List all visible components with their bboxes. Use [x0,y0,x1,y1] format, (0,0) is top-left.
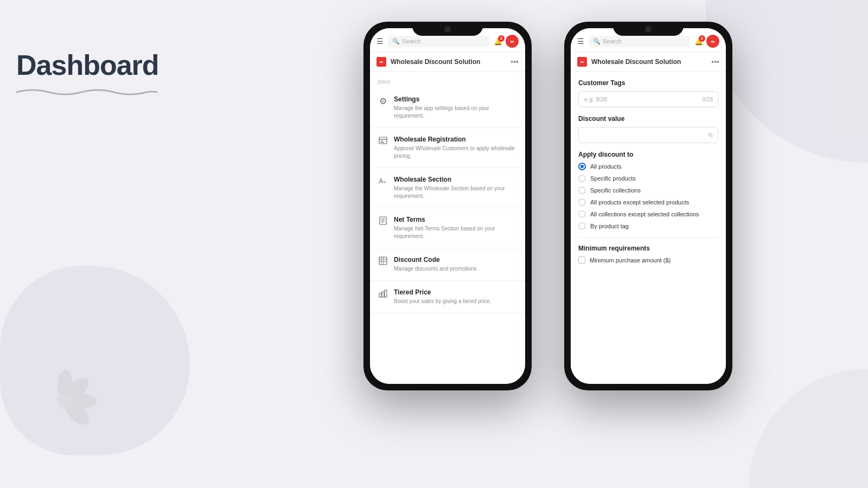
menu-item-tiered-price-desc: Boost your sales by giving a tiered pric… [394,298,518,305]
menu-item-wholesale-section-title: Wholesale Section [394,176,518,183]
search-icon-right: 🔍 [593,38,601,45]
search-placeholder-left: Search [402,38,421,44]
bell-icon-right[interactable]: 🔔 2 [694,37,703,46]
discount-suffix: % [708,132,713,138]
radio-specific-collections[interactable]: Specific collections [578,187,718,194]
menu-item-net-terms-title: Net Terms [394,216,518,223]
more-icon-left[interactable]: ••• [510,57,519,66]
svg-text:Aᵥ: Aᵥ [379,177,386,185]
logo-badge-right[interactable]: ∞ [706,35,719,48]
customer-tags-input[interactable] [578,91,718,107]
settings-icon: ⚙ [378,96,388,106]
discount-code-icon [378,256,388,267]
menu-icon-left[interactable]: ☰ [376,37,384,46]
apply-discount-section: Apply discount to All products Specific … [578,151,718,230]
menu-item-settings-content: Settings Manage the app settings based o… [394,95,518,120]
menu-item-wholesale-section-desc: Manage the Wholesale Section based on yo… [394,185,518,200]
more-icon-right[interactable]: ••• [711,57,719,66]
bell-icon-left[interactable]: 🔔 2 [494,37,502,46]
menu-item-tiered-price-title: Tiered Price [394,288,518,296]
customer-tags-label: Customer Tags [578,79,718,87]
app-name-left: Wholesale Discount Solution [391,58,506,66]
page-title: Dashboard [16,49,159,81]
radio-label-all-except-products: All products except selected products [590,199,689,206]
net-terms-icon [378,216,388,227]
menu-item-discount-code-desc: Manage discounts and promotions [394,265,518,273]
app-logo-left: ∞ [376,57,386,67]
radio-group-apply-discount: All products Specific products Specific … [578,163,718,230]
phone-screen-right: ☰ 🔍 Search 🔔 2 ∞ ∞ Wholesale Discount So… [571,28,726,384]
divider-min-req [578,237,718,238]
customer-tags-input-wrapper: 0/28 [578,91,718,107]
checkbox-min-purchase[interactable]: Minimum purchase amount ($) [578,256,718,264]
phones-wrapper: ☰ 🔍 Search 🔔 2 ∞ ∞ Wholesale Discount So… [250,22,846,390]
scroll-hint-left: place [370,72,525,88]
radio-circle-specific-products [578,175,586,182]
menu-item-net-terms-content: Net Terms Manage Net Terms Section based… [394,216,518,240]
menu-item-settings-title: Settings [394,95,518,103]
flower-decoration [33,369,98,434]
discount-value-input[interactable] [578,127,718,143]
phone-screen-left: ☰ 🔍 Search 🔔 2 ∞ ∞ Wholesale Discount So… [370,28,525,384]
title-underline [16,87,157,98]
checkbox-box-min-purchase[interactable] [578,256,585,264]
radio-label-all-products: All products [590,163,621,170]
radio-label-by-product-tag: By product tag [590,223,629,229]
menu-item-settings[interactable]: ⚙ Settings Manage the app settings based… [370,88,525,128]
radio-by-product-tag[interactable]: By product tag [578,222,718,230]
radio-all-except-collections[interactable]: All collections except selected collecti… [578,210,718,218]
menu-item-wholesale-section-content: Wholesale Section Manage the Wholesale S… [394,176,518,200]
svg-rect-19 [379,293,381,297]
radio-circle-all-except-products [578,198,586,206]
logo-badge-left[interactable]: ∞ [506,35,519,48]
app-subheader-left: ∞ Wholesale Discount Solution ••• [370,53,525,72]
menu-item-wholesale-reg[interactable]: Wholesale Registration Approve Wholesale… [370,128,525,168]
wholesale-reg-icon [378,136,388,147]
header-icons-left: 🔔 2 ∞ [494,35,519,48]
radio-circle-specific-collections [578,187,586,194]
phone-right: ☰ 🔍 Search 🔔 2 ∞ ∞ Wholesale Discount So… [564,22,732,390]
notification-badge-right: 2 [699,35,705,42]
notification-badge-left: 2 [498,35,505,42]
header-icons-right: 🔔 2 ∞ [694,35,719,48]
form-content-right: Customer Tags 0/28 Discount value % [571,72,726,384]
app-name-right: Wholesale Discount Solution [591,58,707,66]
search-bar-right[interactable]: 🔍 Search [589,36,690,47]
menu-item-discount-code-content: Discount Code Manage discounts and promo… [394,256,518,273]
menu-item-net-terms[interactable]: Net Terms Manage Net Terms Section based… [370,208,525,248]
menu-item-discount-code[interactable]: Discount Code Manage discounts and promo… [370,248,525,281]
min-req-section: Minimum requirements Minimum purchase am… [578,245,718,264]
menu-icon-right[interactable]: ☰ [577,37,584,46]
svg-point-4 [58,394,73,409]
radio-specific-products[interactable]: Specific products [578,175,718,182]
app-logo-right: ∞ [577,57,587,67]
search-bar-left[interactable]: 🔍 Search [388,36,489,47]
menu-item-net-terms-desc: Manage Net Terms Section based on your r… [394,225,518,240]
radio-label-specific-products: Specific products [590,175,636,182]
radio-circle-all-except-collections [578,210,586,218]
checkbox-label-min-purchase: Minimum purchase amount ($) [590,257,671,264]
scroll-hint-text: place [378,79,391,85]
search-placeholder-right: Search [603,38,622,44]
discount-value-label: Discount value [578,115,718,123]
radio-all-except-products[interactable]: All products except selected products [578,198,718,206]
radio-all-products[interactable]: All products [578,163,718,170]
phone-camera-left [444,26,451,33]
svg-rect-21 [385,290,387,297]
menu-item-wholesale-section[interactable]: Aᵥ Wholesale Section Manage the Wholesal… [370,168,525,208]
app-subheader-right: ∞ Wholesale Discount Solution ••• [571,53,726,72]
menu-item-wholesale-reg-content: Wholesale Registration Approve Wholesale… [394,136,518,160]
menu-item-tiered-price[interactable]: Tiered Price Boost your sales by giving … [370,281,525,313]
radio-label-specific-collections: Specific collections [590,187,641,194]
menu-item-discount-code-title: Discount Code [394,256,518,264]
min-req-label: Minimum requirements [578,245,718,252]
menu-item-wholesale-reg-title: Wholesale Registration [394,136,518,143]
svg-rect-5 [379,137,387,144]
tiered-price-icon [378,289,388,300]
radio-circle-all-products [578,163,586,170]
svg-rect-20 [382,292,384,297]
discount-value-section: Discount value % [578,115,718,143]
menu-item-tiered-price-content: Tiered Price Boost your sales by giving … [394,288,518,305]
phone-left: ☰ 🔍 Search 🔔 2 ∞ ∞ Wholesale Discount So… [363,22,532,390]
apply-discount-label: Apply discount to [578,151,718,158]
